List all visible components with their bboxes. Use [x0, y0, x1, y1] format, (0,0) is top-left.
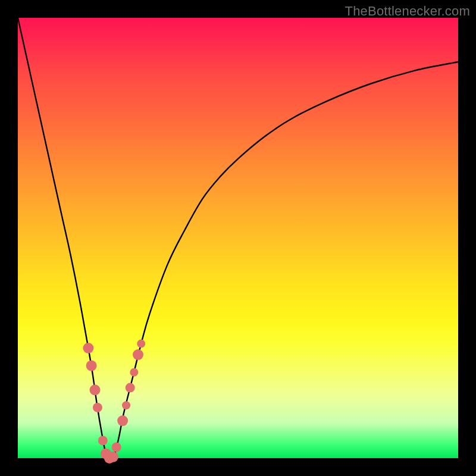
markers-group [83, 340, 145, 464]
watermark-label: TheBottlenecker.com [345, 4, 470, 19]
curve-marker [98, 436, 108, 445]
curve-marker [130, 368, 138, 377]
curve-marker [112, 443, 121, 452]
curve-marker [117, 415, 128, 426]
curve-marker [108, 452, 118, 462]
curve-marker [86, 361, 97, 371]
curve-marker [137, 340, 145, 348]
chart-frame: TheBottlenecker.com [0, 0, 476, 476]
plot-area [18, 18, 458, 458]
bottleneck-curve [18, 18, 458, 458]
curve-marker [83, 343, 93, 353]
chart-svg [18, 18, 458, 458]
curve-marker [122, 401, 130, 409]
curve-marker [93, 403, 102, 412]
curve-marker [90, 384, 101, 395]
curve-marker [126, 383, 135, 393]
curve-marker [133, 349, 143, 360]
